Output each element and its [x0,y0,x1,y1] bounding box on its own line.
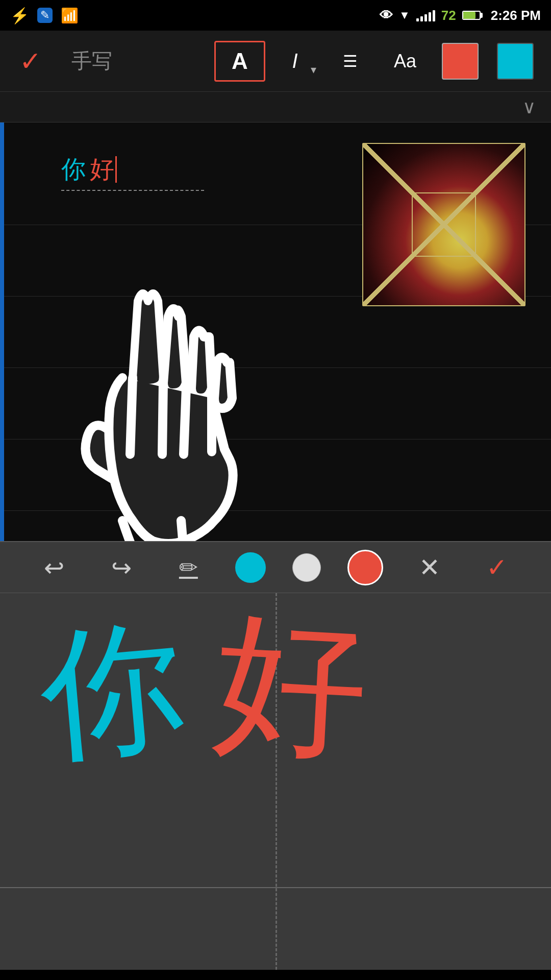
undo-icon: ↩ [44,553,64,582]
font-size-button[interactable]: Aa [380,41,431,82]
align-button[interactable]: ☰ [324,41,375,82]
hw-horizontal-baseline [0,887,551,888]
handwriting-panel: ↩ ↪ ✏ ✕ ✓ 你 好 [0,541,551,970]
hw-char-area[interactable]: 你 好 [0,593,551,970]
italic-dropdown-icon: ▾ [311,63,316,77]
hw-toolbar: ↩ ↪ ✏ ✕ ✓ [0,542,551,593]
battery-icon [462,11,481,20]
status-left-icons: ⚡ ✎ 📶 [10,7,79,24]
battery-level-text: 72 [441,8,456,23]
hw-confirm-icon: ✓ [486,553,508,582]
color-cyan-button[interactable] [490,41,541,82]
align-label: ☰ [343,52,358,71]
eraser-icon: ✏ [179,554,198,580]
font-a-label: A [232,48,248,74]
undo-button[interactable]: ↩ [34,547,74,588]
wifi-icon: 📶 [61,7,79,24]
hw-color-cyan-button[interactable] [235,552,266,583]
eraser-button[interactable]: ✏ [168,547,209,588]
color-cyan-swatch [497,43,534,80]
app-icon: ✎ [37,8,53,23]
font-a-button[interactable]: A [214,41,265,82]
signal-down-icon: ▼ [399,9,410,22]
color-picker-inner-square [412,192,476,257]
color-picker-box[interactable] [362,143,525,306]
hw-close-icon: ✕ [419,553,440,582]
status-time: 2:26 PM [491,8,541,23]
hw-close-button[interactable]: ✕ [409,547,450,588]
usb-icon: ⚡ [10,7,29,24]
collapse-bar: ∨ [0,92,551,122]
italic-label: I [292,50,297,72]
toolbar-title: 手写 [51,47,133,75]
redo-button[interactable]: ↪ [101,547,142,588]
hw-color-white-button[interactable] [292,553,321,582]
hw-char-hao: 好 [210,604,371,765]
italic-button[interactable]: I ▾ [269,41,320,82]
signal-bars-icon [416,9,435,21]
color-red-button[interactable] [435,41,486,82]
font-size-label: Aa [394,51,416,72]
hw-char-ni: 你 [35,612,189,767]
canvas-char-ni: 你 [61,153,86,186]
color-red-swatch [442,43,479,80]
status-right-icons: 👁 ▼ 72 2:26 PM [380,8,541,23]
text-cursor [115,156,117,183]
collapse-arrow-icon[interactable]: ∨ [522,96,536,118]
hw-color-red-button[interactable] [347,550,383,585]
confirm-button[interactable]: ✓ [10,46,51,77]
eye-icon: 👁 [380,8,393,23]
left-accent-bar [0,122,4,541]
canvas-area: 你 好 [0,122,551,541]
toolbar-buttons: A I ▾ ☰ Aa [214,41,541,82]
canvas-char-hao: 好 [90,153,114,186]
hand-cursor-illustration [31,276,286,541]
hw-confirm-button[interactable]: ✓ [477,547,517,588]
toolbar: ✓ 手写 A I ▾ ☰ Aa [0,31,551,92]
status-bar: ⚡ ✎ 📶 👁 ▼ 72 2:26 PM [0,0,551,31]
redo-icon: ↪ [111,553,132,582]
text-underline [61,190,204,191]
